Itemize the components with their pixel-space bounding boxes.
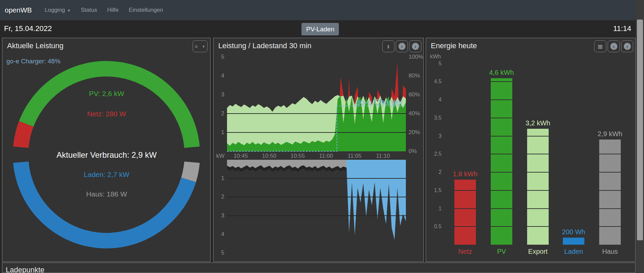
x-axis-time-tick: 10:55: [290, 153, 305, 159]
bar-category-label: Haus: [590, 248, 630, 255]
bar-segment-line: [491, 118, 512, 118]
energy-y-tick: 4.5: [428, 79, 442, 85]
nav-item-status[interactable]: Status: [81, 7, 97, 13]
bar-segment-line: [527, 208, 549, 209]
bar-laden: [563, 238, 584, 245]
x-axis-time-tick: 11:00: [319, 153, 333, 159]
y-axis-lower-tick: 2: [221, 193, 224, 200]
energy-prev-button[interactable]: ‹: [608, 40, 620, 52]
soc-series-label: go-e Charger: [356, 97, 403, 107]
navbar: openWB Logging▼ Status Hilfe Einstellung…: [0, 0, 644, 20]
y-axis-left-tick: 3: [221, 91, 224, 98]
bar-segment-line: [599, 154, 621, 154]
y-axis-lower-tick: 1: [221, 175, 224, 181]
energy-y-tick: 5: [428, 61, 442, 67]
y-axis-right-tick: 100%: [409, 54, 423, 60]
kw-unit-label: kW: [216, 153, 225, 159]
nav-item-logging[interactable]: Logging▼: [45, 7, 71, 13]
bar-segment-line: [527, 136, 549, 136]
y-axis-lower-tick: 4: [221, 231, 224, 237]
bar-category-label: Laden: [553, 248, 594, 255]
bar-segment-line: [491, 136, 512, 136]
bar-segment-line: [491, 154, 512, 154]
power-timeseries-chart: go-e Charger54321100%80%60%40%20%0%12345…: [214, 38, 423, 262]
bar-segment-line: [527, 226, 549, 227]
bar-segment-line: [527, 172, 549, 173]
y-axis-lower-tick: 5: [221, 249, 224, 256]
y-axis-left-tick: 1: [221, 129, 224, 135]
nav-item-einstellungen[interactable]: Einstellungen: [129, 7, 163, 13]
bar-category-label: Export: [518, 248, 558, 255]
bar-haus: [599, 140, 621, 245]
panel-energy-today: Energie heute ▦ ‹ › kWh 54.543.532.521.5…: [426, 38, 636, 262]
panel-current-power: Aktuelle Leistung ≡▼ go-e Charger: 48% P…: [2, 38, 211, 262]
calendar-icon: ▦: [598, 43, 603, 50]
bar-segment-line: [491, 172, 512, 173]
y-axis-right-tick: 0%: [409, 148, 417, 154]
bar-segment-line: [454, 226, 476, 227]
bar-segment-line: [454, 208, 476, 209]
y-axis-left-tick: 2: [221, 110, 224, 117]
bar-segment-line: [599, 208, 621, 209]
donut-segment-pv: [19, 61, 199, 148]
nav-item-hilfe[interactable]: Hilfe: [107, 7, 119, 13]
bar-segment-line: [491, 226, 512, 227]
y-axis-right-tick: 40%: [409, 110, 420, 117]
panel-title-ladepunkte: Ladepunkte: [6, 266, 44, 273]
panel-ladepunkte: Ladepunkte: [2, 263, 636, 273]
charge-mode-button[interactable]: PV-Laden: [301, 23, 339, 35]
bar-segment-line: [527, 154, 549, 154]
app-brand[interactable]: openWB: [5, 6, 32, 14]
energy-y-tick: 2.5: [428, 151, 442, 157]
donut-charging-label: Laden: 2,7 kW: [2, 171, 211, 179]
bar-segment-line: [454, 190, 476, 191]
power-donut-chart: [2, 38, 211, 262]
current-date: Fr, 15.04.2022: [4, 24, 52, 33]
bar-segment-line: [599, 190, 621, 191]
energy-unit-label: kWh: [430, 54, 441, 60]
status-bar: Fr, 15.04.2022 PV-Laden 11:14: [0, 20, 644, 38]
bar-netz: [454, 180, 476, 245]
energy-y-tick: 3.5: [428, 115, 442, 121]
y-axis-left-tick: 4: [221, 72, 224, 79]
bar-value-label: 200 Wh: [553, 228, 594, 236]
bar-segment-line: [491, 81, 512, 82]
bar-value-label: 4,6 kWh: [481, 69, 522, 77]
bar-export: [527, 129, 549, 245]
bar-segment-line: [599, 226, 621, 227]
energy-y-tick: 1: [428, 206, 442, 212]
x-axis-time-tick: 11:05: [348, 153, 361, 159]
bar-value-label: 3,2 kWh: [518, 119, 558, 127]
calendar-button[interactable]: ▦: [594, 40, 606, 52]
y-axis-left-tick: 5: [221, 54, 224, 60]
y-axis-right-tick: 80%: [409, 72, 420, 79]
donut-consumption-label: Aktueller Verbrauch: 2,9 kW: [2, 150, 211, 160]
energy-y-tick: 3: [428, 133, 442, 139]
energy-y-tick: 2: [428, 169, 442, 175]
panel-power-chart: Leistung / Ladestand 30 min ▲▼ ‹ › go-e …: [213, 38, 424, 262]
bar-value-label: 2,9 kWh: [590, 130, 630, 138]
bar-segment-line: [599, 172, 621, 173]
energy-next-button[interactable]: ›: [621, 40, 633, 52]
current-time: 11:14: [613, 24, 631, 33]
donut-grid-label: Netz: 280 W: [2, 110, 211, 118]
x-axis-time-tick: 11:10: [376, 153, 390, 159]
y-axis-right-tick: 20%: [409, 129, 420, 135]
charger-soc-label: go-e Charger: 48%: [6, 58, 61, 65]
bar-category-label: PV: [481, 248, 522, 255]
bar-category-label: Netz: [445, 248, 485, 255]
y-axis-right-tick: 60%: [409, 91, 420, 98]
energy-y-tick: 4: [428, 97, 442, 103]
scrollbar-thumb[interactable]: [637, 20, 643, 240]
panel-title-energy-today: Energie heute: [431, 41, 477, 50]
energy-y-tick: 0.5: [428, 223, 442, 230]
bar-segment-line: [527, 190, 549, 191]
bar-segment-line: [491, 208, 512, 209]
energy-y-tick: 1.5: [428, 187, 442, 193]
donut-pv-label: PV: 2,6 kW: [2, 90, 211, 98]
bar-pv: [491, 78, 512, 245]
bar-segment-line: [491, 190, 512, 191]
bar-segment-line: [491, 99, 512, 100]
series-charge-lower: [227, 160, 406, 240]
x-axis-time-tick: 10:50: [262, 153, 277, 159]
